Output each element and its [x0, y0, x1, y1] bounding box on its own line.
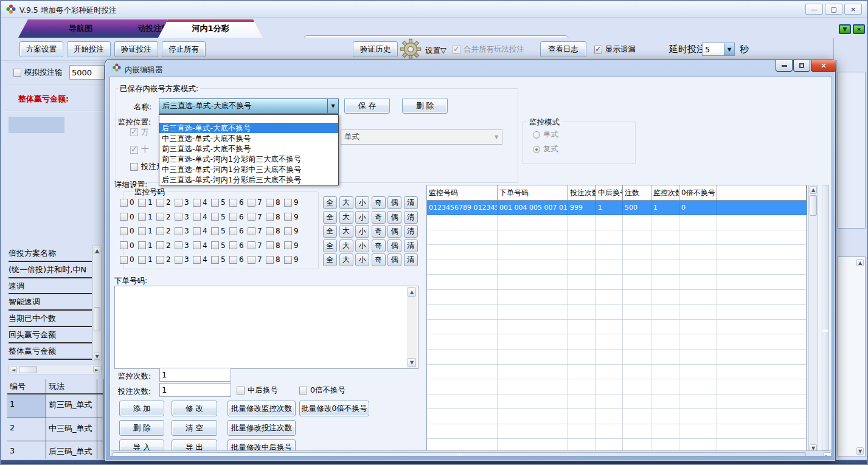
- table-cell[interactable]: [498, 215, 568, 230]
- table-cell[interactable]: [623, 320, 651, 335]
- digit-checkbox-9[interactable]: 9: [284, 255, 302, 264]
- digit-checkbox-6[interactable]: 6: [229, 255, 248, 264]
- quick-button-偶[interactable]: 偶: [387, 196, 401, 209]
- table-cell[interactable]: [651, 320, 679, 335]
- table-cell[interactable]: [717, 275, 807, 290]
- digit-checkbox-8[interactable]: 8: [266, 213, 284, 221]
- scroll-down-icon[interactable]: ▼: [94, 353, 100, 360]
- table-cell[interactable]: [596, 260, 623, 275]
- table-cell[interactable]: 前三码_单式: [46, 394, 97, 418]
- toolbar-button-1[interactable]: 方案设置: [19, 41, 63, 57]
- table-cell[interactable]: [651, 260, 679, 275]
- toolbar-button-2[interactable]: 开始投注: [67, 41, 111, 57]
- table-cell[interactable]: [717, 424, 807, 439]
- table-cell[interactable]: [498, 394, 568, 410]
- list-item[interactable]: 智能速调: [9, 294, 92, 311]
- list-item[interactable]: 倍投方案名称: [9, 246, 92, 262]
- table-cell[interactable]: [596, 275, 623, 290]
- table-cell[interactable]: [498, 230, 568, 246]
- table-cell[interactable]: [651, 215, 679, 230]
- table-cell[interactable]: [427, 379, 498, 394]
- table-cell[interactable]: [427, 334, 498, 350]
- table-cell[interactable]: [596, 424, 623, 439]
- table-cell-selected[interactable]: 1: [596, 201, 623, 216]
- digit-checkbox-1[interactable]: 1: [138, 227, 156, 235]
- merge-all-checkbox[interactable]: 合并所有玩法投注: [453, 44, 524, 55]
- table-cell[interactable]: [568, 365, 596, 380]
- scroll-thumb[interactable]: [810, 195, 817, 216]
- quick-button-全[interactable]: 全: [323, 239, 337, 252]
- quick-button-奇[interactable]: 奇: [372, 239, 386, 252]
- table-cell[interactable]: [568, 215, 596, 230]
- quick-button-全[interactable]: 全: [323, 211, 337, 224]
- dropdown-option-1[interactable]: 后三直选-单式-大底不换号: [159, 123, 338, 133]
- digit-checkbox-9[interactable]: 9: [284, 198, 302, 207]
- list-item[interactable]: 回头赢亏金额: [9, 327, 92, 343]
- monitor-mode-radio-2[interactable]: 复式: [533, 144, 558, 154]
- digit-checkbox-1[interactable]: 1: [138, 198, 156, 207]
- table-cell[interactable]: [498, 290, 568, 305]
- digit-checkbox-0[interactable]: 0: [120, 198, 138, 207]
- table-cell[interactable]: [651, 245, 679, 260]
- quick-button-小[interactable]: 小: [355, 211, 369, 224]
- table-cell-selected[interactable]: [717, 201, 807, 216]
- dropdown-option-3[interactable]: 前三直选-单式-大底不换号: [159, 143, 338, 154]
- quick-button-清[interactable]: 清: [404, 196, 418, 209]
- digit-checkbox-6[interactable]: 6: [229, 241, 248, 250]
- dropdown-option-4[interactable]: 前三直选-单式-河内1分彩前三大底不换号: [159, 154, 338, 164]
- table-cell[interactable]: [498, 260, 568, 275]
- table-cell-selected[interactable]: 001 004 005 007 010 011 014: [498, 201, 568, 216]
- list-item[interactable]: 当期已中个数: [9, 311, 92, 327]
- toolbar-button-3[interactable]: 验证投注: [114, 41, 158, 57]
- digit-checkbox-3[interactable]: 3: [175, 213, 193, 221]
- table-cell[interactable]: [623, 379, 651, 394]
- quick-button-偶[interactable]: 偶: [387, 211, 401, 224]
- dropdown-option-5[interactable]: 中三直选-单式-河内1分彩中三大底不换号: [159, 164, 338, 174]
- show-omission-checkbox[interactable]: 显示遗漏: [594, 44, 636, 55]
- table-cell[interactable]: [596, 394, 623, 410]
- table-cell[interactable]: [679, 424, 717, 439]
- quick-button-大[interactable]: 大: [339, 211, 353, 224]
- digit-checkbox-0[interactable]: 0: [120, 213, 138, 221]
- digit-checkbox-2[interactable]: 2: [156, 198, 175, 207]
- table-cell[interactable]: [427, 275, 498, 290]
- digit-checkbox-8[interactable]: 8: [266, 227, 284, 235]
- table-cell[interactable]: [498, 350, 568, 365]
- scroll-right-icon[interactable]: ►: [93, 366, 100, 373]
- table-cell[interactable]: [427, 290, 498, 305]
- table-cell[interactable]: [623, 215, 651, 230]
- digit-checkbox-2[interactable]: 2: [156, 213, 175, 221]
- table-cell[interactable]: [679, 290, 717, 305]
- table-cell[interactable]: [498, 424, 568, 439]
- table-cell[interactable]: [498, 275, 568, 290]
- table-cell[interactable]: [679, 334, 717, 350]
- table-cell[interactable]: [623, 424, 651, 439]
- table-cell[interactable]: [498, 305, 568, 320]
- digit-checkbox-5[interactable]: 5: [211, 198, 229, 207]
- digit-checkbox-6[interactable]: 6: [229, 198, 248, 207]
- table-cell[interactable]: 中三码_单式: [46, 418, 97, 442]
- table-cell[interactable]: 1: [7, 394, 46, 418]
- table-cell[interactable]: [717, 409, 807, 424]
- table-cell[interactable]: [498, 409, 568, 424]
- simulate-bet-checkbox[interactable]: 模拟投注输: [13, 67, 63, 78]
- quick-button-奇[interactable]: 奇: [372, 225, 386, 238]
- table-cell[interactable]: [679, 230, 717, 246]
- dialog-close-button[interactable]: ×: [811, 60, 836, 72]
- scroll-up-icon[interactable]: ▲: [94, 247, 100, 254]
- table-cell[interactable]: [596, 379, 623, 394]
- dialog-horizontal-scrollbar[interactable]: ►: [111, 450, 832, 456]
- table-cell[interactable]: [651, 230, 679, 246]
- maximize-button[interactable]: ▢: [825, 4, 842, 15]
- digit-checkbox-4[interactable]: 4: [193, 213, 211, 221]
- quick-button-奇[interactable]: 奇: [372, 196, 386, 209]
- table-cell[interactable]: [679, 365, 717, 380]
- table-cell[interactable]: [679, 245, 717, 260]
- table-cell[interactable]: [596, 320, 623, 335]
- delete-plan-button[interactable]: 删 除: [402, 98, 448, 114]
- table-cell[interactable]: [568, 409, 596, 424]
- table-cell[interactable]: [498, 245, 568, 260]
- table-cell[interactable]: [596, 305, 623, 320]
- green-dropdown-button[interactable]: ▼: [839, 24, 851, 34]
- table-cell[interactable]: [651, 379, 679, 394]
